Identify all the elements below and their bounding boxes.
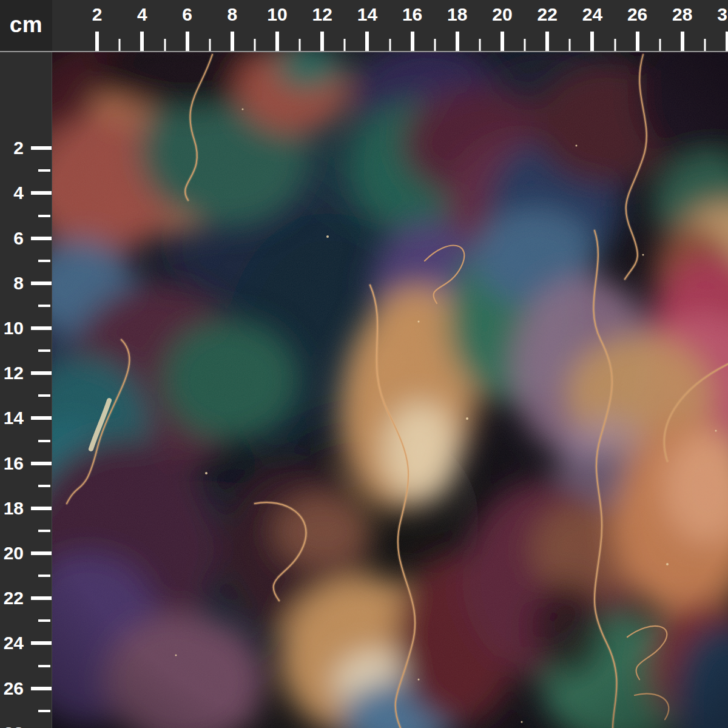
ruler-tick-major bbox=[231, 32, 234, 51]
ruler-tick-minor bbox=[38, 665, 50, 667]
ruler-tick-major bbox=[31, 371, 52, 375]
fabric-art bbox=[52, 52, 728, 728]
ruler-number: 8 bbox=[13, 274, 24, 292]
ruler-tick-minor bbox=[119, 39, 121, 51]
ruler-tick-major bbox=[31, 687, 52, 690]
ruler-tick-minor bbox=[209, 39, 211, 51]
ruler-number: 6 bbox=[13, 229, 24, 248]
ruler-tick-major bbox=[275, 32, 279, 51]
ruler-number: 2 bbox=[13, 139, 24, 157]
ruler-tick-major bbox=[31, 237, 52, 240]
ruler-number: 18 bbox=[447, 5, 467, 24]
ruler-tick-major bbox=[31, 507, 52, 510]
ruler-tick-major bbox=[31, 191, 52, 195]
ruler-tick-major bbox=[681, 32, 684, 51]
ruler-tick-major bbox=[31, 596, 52, 600]
ruler-number: 14 bbox=[357, 5, 377, 24]
ruler-tick-minor bbox=[479, 39, 480, 51]
ruler-tick-minor bbox=[38, 305, 50, 307]
ruler-tick-minor bbox=[38, 575, 50, 577]
ruler-tick-major bbox=[545, 32, 549, 51]
ruler-tick-major bbox=[95, 32, 99, 51]
ruler-tick-major bbox=[31, 462, 52, 465]
ruler-number: 10 bbox=[267, 5, 287, 24]
ruler-tick-minor bbox=[614, 39, 616, 51]
ruler-number: 28 bbox=[4, 724, 24, 728]
ruler-number: 4 bbox=[13, 184, 24, 202]
ruler-number: 14 bbox=[4, 409, 24, 427]
ruler-tick-minor bbox=[659, 39, 661, 51]
ruler-number: 4 bbox=[137, 5, 147, 24]
ruler-tick-major bbox=[320, 32, 324, 51]
ruler-tick-major bbox=[365, 32, 369, 51]
ruler-tick-minor bbox=[569, 39, 571, 51]
ruler-number: 16 bbox=[4, 454, 24, 473]
ruler-tick-major bbox=[590, 32, 594, 51]
fabric-measurement-preview: 24681012141618202224262830 2468101214161… bbox=[0, 0, 728, 728]
ruler-tick-minor bbox=[38, 349, 50, 352]
ruler-tick-minor bbox=[704, 39, 706, 51]
ruler-tick-minor bbox=[38, 215, 50, 217]
ruler-tick-major bbox=[726, 32, 728, 51]
ruler-number: 12 bbox=[4, 364, 24, 382]
ruler-tick-minor bbox=[254, 39, 255, 51]
ruler-number: 30 bbox=[717, 5, 728, 24]
ruler-tick-major bbox=[31, 326, 52, 330]
ruler-tick-minor bbox=[164, 39, 166, 51]
ruler-tick-major bbox=[636, 32, 639, 51]
ruler-tick-minor bbox=[38, 169, 50, 172]
ruler-corner: cm bbox=[0, 0, 52, 51]
ruler-number: 24 bbox=[582, 5, 602, 24]
ruler-left: 24681012141618202224262830 bbox=[0, 52, 52, 728]
ruler-tick-major bbox=[411, 32, 414, 51]
ruler-tick-major bbox=[31, 551, 52, 555]
ruler-tick-minor bbox=[38, 485, 50, 487]
ruler-tick-minor bbox=[38, 619, 50, 622]
ruler-number: 16 bbox=[402, 5, 422, 24]
ruler-number: 26 bbox=[4, 679, 24, 698]
ruler-tick-minor bbox=[38, 710, 50, 712]
ruler-tick-minor bbox=[344, 39, 346, 51]
ruler-tick-major bbox=[186, 32, 189, 51]
ruler-tick-minor bbox=[299, 39, 301, 51]
ruler-number: 28 bbox=[672, 5, 692, 24]
ruler-number: 8 bbox=[227, 5, 237, 24]
ruler-number: 2 bbox=[92, 5, 103, 24]
ruler-tick-minor bbox=[434, 39, 436, 51]
ruler-number: 18 bbox=[4, 499, 24, 517]
ruler-number: 24 bbox=[4, 634, 24, 652]
fabric-swatch bbox=[52, 52, 728, 728]
ruler-tick-minor bbox=[38, 440, 50, 442]
ruler-top: 24681012141618202224262830 bbox=[0, 0, 728, 52]
ruler-number: 22 bbox=[4, 589, 24, 607]
ruler-tick-major bbox=[31, 416, 52, 420]
ruler-number: 12 bbox=[312, 5, 332, 24]
ruler-tick-major bbox=[140, 32, 144, 51]
ruler-number: 22 bbox=[538, 5, 558, 24]
ruler-tick-minor bbox=[524, 39, 526, 51]
ruler-tick-major bbox=[31, 146, 52, 150]
ruler-tick-major bbox=[456, 32, 459, 51]
ruler-tick-major bbox=[31, 641, 52, 645]
ruler-tick-minor bbox=[38, 530, 50, 532]
ruler-unit-label: cm bbox=[10, 13, 42, 38]
ruler-tick-major bbox=[31, 281, 52, 285]
ruler-number: 6 bbox=[182, 5, 192, 24]
ruler-number: 20 bbox=[4, 544, 24, 562]
ruler-number: 10 bbox=[4, 319, 24, 337]
ruler-tick-minor bbox=[38, 260, 50, 262]
ruler-number: 20 bbox=[492, 5, 512, 24]
ruler-number: 26 bbox=[627, 5, 647, 24]
ruler-tick-major bbox=[500, 32, 504, 51]
ruler-tick-minor bbox=[389, 39, 391, 51]
ruler-tick-minor bbox=[38, 394, 50, 397]
